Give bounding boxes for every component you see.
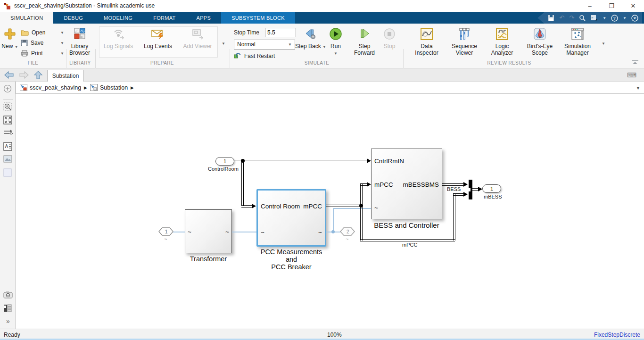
breadcrumb-subsystem[interactable]: Substation	[100, 84, 128, 91]
favorites-caret-icon[interactable]: ▼	[603, 16, 606, 20]
simulation-manager-button[interactable]: Simulation Manager	[560, 26, 595, 56]
breadcrumb-dropdown-icon[interactable]: ▼	[636, 86, 640, 91]
image-icon[interactable]	[3, 155, 13, 165]
data-inspector-button[interactable]: Data Inspector	[409, 26, 444, 56]
step-forward-button[interactable]: Step Forward	[349, 26, 380, 56]
minimize-button[interactable]: –	[579, 0, 601, 12]
search-icon[interactable]	[579, 15, 586, 21]
inport-controlroom[interactable]: 1	[215, 157, 234, 166]
help-caret-icon[interactable]: ▼	[623, 16, 627, 20]
review-more-caret-icon[interactable]: ▼	[602, 41, 605, 46]
redo-icon[interactable]: ↷	[569, 13, 574, 23]
window-title: sscv_peak_shaving/Substation - Simulink …	[14, 2, 155, 9]
block-bess[interactable]: CntrlRmIN mPCC ~ mBESSBMS	[371, 149, 442, 219]
save-button[interactable]: Save ▼	[21, 38, 64, 48]
back-icon[interactable]	[4, 71, 14, 79]
fast-restart-label[interactable]: Fast Restart	[244, 53, 275, 59]
physical-wire[interactable]	[232, 232, 256, 232]
birds-eye-scope-button[interactable]: Bird's-Eye Scope	[522, 26, 557, 56]
viewmarks-icon[interactable]	[3, 304, 13, 314]
breadcrumb-model[interactable]: sscv_peak_shaving	[30, 84, 81, 91]
up-icon[interactable]	[33, 70, 43, 80]
run-button[interactable]: Run ▼	[322, 26, 350, 56]
tab-substation[interactable]: Substation	[47, 70, 84, 82]
logic-analyzer-icon	[485, 27, 520, 41]
bus-wire[interactable]	[453, 193, 455, 240]
stop-time-input[interactable]	[265, 28, 296, 37]
add-viewer-label: Add Viewer	[183, 43, 212, 50]
bus-wire[interactable]	[360, 239, 455, 241]
prepare-more-caret-icon[interactable]: ▼	[222, 41, 225, 46]
logic-analyzer-button[interactable]: Logic Analyzer	[485, 26, 520, 56]
bus-wire[interactable]	[442, 183, 464, 186]
tab-apps[interactable]: APPS	[186, 12, 222, 24]
sequence-viewer-label: Sequence Viewer	[452, 43, 477, 56]
tab-subsystem-block[interactable]: SUBSYSTEM BLOCK	[221, 12, 295, 24]
status-zoom-level[interactable]: 100%	[327, 332, 342, 338]
breadcrumb: sscv_peak_shaving ▶ Substation ▶ ▼	[16, 82, 644, 94]
inport-controlroom-label: ControlRoom	[208, 166, 239, 172]
open-button[interactable]: Open ▼	[21, 27, 64, 38]
collapse-ribbon-icon[interactable]	[631, 59, 639, 65]
bus-wire[interactable]	[360, 183, 367, 186]
help-icon[interactable]: ?	[611, 15, 618, 22]
new-caret-icon: ▼	[15, 45, 18, 49]
bus-wire[interactable]	[241, 205, 252, 207]
library-browser-icon	[64, 27, 95, 41]
restore-button[interactable]: ❐	[601, 0, 622, 12]
outport-mbess-label: mBESS	[484, 194, 502, 199]
bus-wire[interactable]	[453, 193, 464, 196]
run-icon	[322, 27, 350, 41]
area-box-icon[interactable]	[3, 168, 13, 178]
physical-wire[interactable]	[173, 232, 185, 232]
tab-modeling[interactable]: MODELING	[93, 12, 143, 24]
auto-route-icon[interactable]	[3, 129, 13, 138]
simulink-window: sscv_peak_shaving/Substation - Simulink …	[0, 0, 644, 340]
bus-wire[interactable]	[326, 205, 362, 207]
breadcrumb-arrow-icon[interactable]: ▶	[84, 85, 87, 90]
log-events-button[interactable]: Log Events	[140, 26, 175, 50]
close-button[interactable]: ✕	[622, 0, 644, 12]
block-transformer[interactable]: ~ ~	[185, 209, 232, 253]
status-solver[interactable]: FixedStepDiscrete	[594, 332, 640, 338]
print-button[interactable]: Print ▼	[21, 48, 64, 58]
block-pcc[interactable]: Control Room mPCC ~ ~	[256, 189, 326, 247]
undo-icon[interactable]: ↶	[559, 13, 564, 23]
tab-format[interactable]: FORMAT	[143, 12, 186, 24]
screenshot-icon[interactable]	[3, 291, 13, 300]
pcc-caption-line3: PCC Breaker	[246, 263, 337, 271]
tab-simulation[interactable]: SIMULATION	[0, 12, 53, 24]
bus-creator[interactable]	[469, 180, 472, 199]
bus-wire[interactable]	[360, 183, 363, 206]
sequence-viewer-button[interactable]: Sequence Viewer	[447, 26, 482, 56]
zoom-region-icon[interactable]	[3, 102, 13, 112]
forward-icon[interactable]	[19, 71, 29, 79]
breadcrumb-arrow-icon[interactable]: ▶	[131, 85, 134, 90]
conn-port-2[interactable]: 2	[340, 227, 355, 236]
simulation-mode-select[interactable]: Normal ▼	[234, 40, 295, 50]
log-signals-button[interactable]: Log Signals	[101, 26, 136, 50]
keyboard-icon[interactable]: ⌨	[627, 71, 636, 79]
tab-debug[interactable]: DEBUG	[53, 12, 93, 24]
print-caret-icon: ▼	[60, 51, 64, 56]
outport-mbess[interactable]: 1	[482, 184, 501, 193]
bus-wire[interactable]	[360, 206, 363, 240]
new-button[interactable]: New ▼	[0, 26, 20, 50]
hide-browser-icon[interactable]	[3, 84, 13, 94]
annotation-icon[interactable]: A	[3, 142, 13, 151]
library-browser-button[interactable]: Library Browser	[64, 26, 95, 56]
options-icon[interactable]	[631, 15, 638, 22]
add-viewer-button[interactable]: Add Viewer	[180, 26, 215, 50]
physical-wire[interactable]	[333, 208, 371, 209]
expand-palette-icon[interactable]: »	[3, 317, 13, 327]
save-icon[interactable]	[548, 15, 554, 21]
favorites-icon[interactable]: »	[590, 15, 598, 21]
bus-wire[interactable]	[241, 160, 244, 206]
bus-wire[interactable]	[234, 160, 367, 162]
fit-to-view-icon[interactable]	[3, 116, 13, 125]
conn-port-1[interactable]: 1	[158, 227, 173, 236]
physical-wire[interactable]	[333, 208, 334, 232]
stop-button[interactable]: Stop	[377, 26, 402, 50]
svg-text:A: A	[5, 144, 8, 149]
diagram-canvas[interactable]: 1 ControlRoom ~ ~ Transformer Control Ro…	[16, 94, 644, 329]
